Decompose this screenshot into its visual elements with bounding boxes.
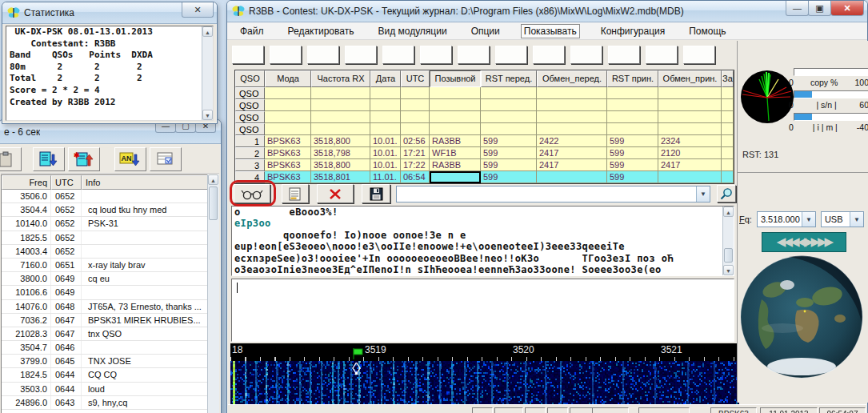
log-entry-button[interactable]: [282, 184, 309, 203]
log-column-header[interactable]: QSO: [235, 70, 265, 87]
column-header-info[interactable]: Info: [82, 175, 208, 190]
macro-button[interactable]: [270, 46, 302, 64]
macro-button[interactable]: [683, 46, 715, 64]
waterfall-display[interactable]: 18351935203521: [230, 343, 739, 404]
scroll-up-icon[interactable]: ▲: [208, 174, 218, 185]
scroll-up-icon[interactable]: ▲: [202, 26, 213, 37]
rx-scrollbar[interactable]: ▲ ▼: [722, 206, 734, 275]
an-download-button[interactable]: AN: [114, 147, 146, 171]
macro-button[interactable]: [570, 46, 602, 64]
frequency-value[interactable]: 3.518.000: [758, 212, 802, 227]
list-item[interactable]: 3503.00644loud: [2, 383, 208, 396]
log-table-row[interactable]: 4BPSK633518,80111.01.06:54599599: [235, 171, 734, 183]
clipboard-icon[interactable]: [0, 147, 22, 171]
menu-item-2[interactable]: Вид модуляции: [374, 24, 450, 38]
combobox-value[interactable]: [397, 186, 696, 202]
list-item[interactable]: 14076.00648JT65A, 73 Ernesto, thanks ...: [2, 300, 208, 314]
macro-button[interactable]: [345, 46, 377, 64]
delete-qso-button[interactable]: [317, 184, 354, 203]
log-table-row[interactable]: QSO: [235, 99, 734, 111]
scrollbar-thumb[interactable]: [724, 248, 733, 263]
waterfall-canvas[interactable]: [230, 361, 739, 404]
tx-text-area[interactable]: [231, 279, 734, 342]
chevron-down-icon[interactable]: ▼: [802, 212, 815, 227]
list-item[interactable]: 3800.00649cq eu: [2, 272, 208, 286]
world-globe[interactable]: [738, 255, 866, 381]
macro-button[interactable]: [608, 46, 640, 64]
list-item[interactable]: 10140.00652PSK-31: [2, 217, 208, 231]
scroll-down-icon[interactable]: ▼: [202, 110, 213, 120]
frequency-combobox[interactable]: 3.518.000 ▼: [757, 211, 816, 227]
list-item[interactable]: 24896.00643s9, hny,cq: [2, 396, 208, 410]
statistics-scrollbar[interactable]: ▲ ▼: [202, 26, 213, 120]
column-header-utc[interactable]: UTC: [51, 175, 82, 190]
scrollbar-thumb[interactable]: [209, 186, 218, 220]
search-button[interactable]: [717, 185, 736, 202]
chevron-down-icon[interactable]: ▼: [696, 186, 710, 202]
log-column-header[interactable]: Обмен_прин.: [658, 70, 722, 87]
log-column-header[interactable]: Мода: [265, 70, 311, 87]
menu-item-3[interactable]: Опции: [468, 24, 503, 38]
save-list-button[interactable]: [33, 147, 65, 171]
menu-item-5[interactable]: Конфигурация: [598, 24, 669, 38]
log-column-header[interactable]: RST перед.: [481, 70, 537, 87]
menu-item-1[interactable]: Редактировать: [285, 24, 358, 38]
waterfall-cursor[interactable]: [352, 363, 361, 375]
rx-text-area[interactable]: o eBooo3%! eIp3oo qoonoefo! Io)nooe oono…: [231, 206, 734, 276]
list-item[interactable]: 10106.60649: [2, 286, 208, 299]
log-column-header[interactable]: Дата: [370, 70, 401, 87]
log-column-header[interactable]: Частота RX: [311, 70, 370, 87]
macro-button[interactable]: [533, 46, 565, 64]
list-item[interactable]: 3504.70646: [2, 341, 208, 355]
macro-button[interactable]: [495, 46, 527, 64]
log-column-header[interactable]: Обмен_перед.: [537, 70, 607, 87]
menu-item-6[interactable]: Помощь: [686, 24, 729, 38]
list-item[interactable]: 7160.00651x-ray italy brav: [2, 259, 208, 272]
list-item[interactable]: 14003.40652: [2, 245, 208, 259]
list-item[interactable]: 3799.00645TNX JOSE: [2, 355, 208, 368]
waterfall-frequency-ruler[interactable]: 18351935203521: [230, 343, 739, 361]
list-item[interactable]: 7036.20647BPSK31 MIREK HRUBIES...: [2, 314, 208, 327]
list-item[interactable]: 3506.00652: [2, 190, 208, 203]
frequency-flag-marker[interactable]: [353, 348, 363, 359]
log-column-header[interactable]: Зам: [722, 70, 734, 87]
macro-button[interactable]: [458, 46, 490, 64]
close-icon[interactable]: ✕: [830, 1, 864, 16]
log-table-row[interactable]: QSO: [235, 123, 734, 135]
list-item[interactable]: 1824.50644CQ CQ: [2, 368, 208, 382]
log-table-row[interactable]: 2BPSK633518,79810.01.17:21WF1B5992417599…: [235, 147, 734, 159]
macro-button[interactable]: [420, 46, 452, 64]
macro-button[interactable]: [382, 46, 414, 64]
band-list-scrollbar[interactable]: ▲: [207, 174, 219, 413]
maximize-icon[interactable]: ▣: [808, 1, 831, 16]
save-qso-button[interactable]: [362, 184, 390, 203]
log-table-row[interactable]: 3BPSK633518,80010.01.17:22RA3BB599241759…: [235, 159, 734, 171]
list-item[interactable]: 1825.50652: [2, 231, 208, 245]
log-table-row[interactable]: QSO: [235, 87, 734, 99]
log-column-header[interactable]: Позывной: [430, 70, 481, 87]
column-header-freq[interactable]: Freq: [2, 175, 51, 190]
log-table-row[interactable]: 1BPSK633518,80010.01.02:56RA3BB599242259…: [235, 135, 734, 147]
log-column-header[interactable]: UTC: [401, 70, 430, 87]
macro-button[interactable]: [646, 46, 678, 64]
macro-button[interactable]: [232, 46, 264, 64]
list-item[interactable]: 21028.30647tnx QSO: [2, 327, 208, 341]
sideband-value[interactable]: USB: [822, 212, 850, 227]
macro-button[interactable]: [307, 46, 339, 64]
sideband-combobox[interactable]: USB ▼: [821, 211, 864, 227]
scroll-down-icon[interactable]: ▼: [723, 265, 734, 275]
load-list-button[interactable]: ✱: [68, 147, 100, 171]
menu-item-4[interactable]: Показывать: [521, 24, 580, 38]
frequency-step-buttons[interactable]: ◀◀◀◀▶▶▶▶: [762, 232, 846, 252]
log-table-row[interactable]: QSO: [235, 111, 734, 123]
chevron-down-icon[interactable]: ▼: [850, 212, 863, 227]
log-column-header[interactable]: RST прин.: [607, 70, 658, 87]
main-titlebar[interactable]: R3BB - Contest: UK-DX-PSK - Текущий журн…: [227, 1, 867, 22]
scroll-up-icon[interactable]: ▲: [723, 206, 734, 217]
list-options-button[interactable]: [150, 147, 182, 171]
close-icon[interactable]: ✕: [182, 2, 214, 18]
callsign-search-combobox[interactable]: ▼: [396, 186, 710, 202]
statistics-titlebar[interactable]: Статистика ✕: [2, 2, 217, 24]
menu-item-0[interactable]: Файл: [237, 24, 267, 38]
minimize-icon[interactable]: —: [786, 1, 809, 16]
